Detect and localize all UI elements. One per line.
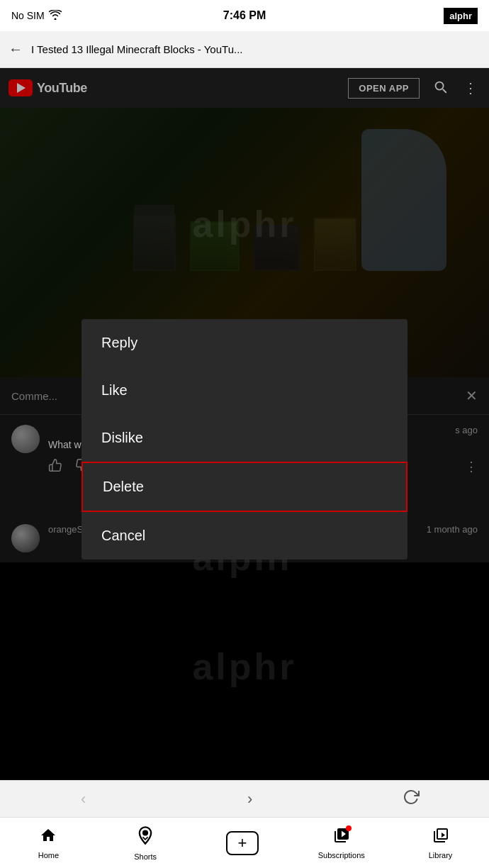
delete-menu-item[interactable]: Delete [82,462,408,512]
wifi-icon [49,10,62,22]
tab-add[interactable]: + [221,831,264,855]
cancel-menu-item[interactable]: Cancel [82,512,408,560]
browser-bar: ← I Tested 13 Illegal Minecraft Blocks -… [0,31,489,68]
svg-point-0 [143,830,147,835]
home-icon [40,827,57,848]
notification-dot [346,825,352,831]
subscriptions-icon [333,827,350,848]
back-nav-button[interactable]: ‹ [69,784,97,814]
status-time: 7:46 PM [223,9,266,22]
subscriptions-label: Subscriptions [318,851,365,859]
status-bar: No SIM 7:46 PM alphr [0,0,489,31]
carrier-text: No SIM [11,10,45,21]
alphr-logo: alphr [444,8,478,24]
tab-subscriptions[interactable]: Subscriptions [318,827,365,859]
plus-icon: + [238,835,247,851]
home-label: Home [38,851,59,859]
shorts-label: Shorts [134,852,157,861]
status-carrier: No SIM [11,10,62,22]
context-menu: Reply Like Dislike Delete Cancel [82,319,408,560]
tab-library[interactable]: Library [420,827,462,859]
refresh-button[interactable] [403,789,420,810]
forward-nav-button[interactable]: › [236,784,264,814]
library-icon [432,827,449,848]
url-bar[interactable]: I Tested 13 Illegal Minecraft Blocks - Y… [31,43,480,55]
tab-home[interactable]: Home [27,827,69,859]
like-menu-item[interactable]: Like [82,367,408,414]
library-label: Library [429,851,453,859]
status-right: alphr [444,8,478,24]
browser-back-button[interactable]: ← [9,41,23,57]
browser-nav-bar: ‹ › [0,780,489,817]
tab-shorts[interactable]: Shorts [124,825,167,861]
reply-menu-item[interactable]: Reply [82,319,408,367]
shorts-icon [135,825,155,850]
add-button[interactable]: + [226,831,259,855]
dislike-menu-item[interactable]: Dislike [82,414,408,462]
tab-bar: Home Shorts + Subscriptions Library [0,817,489,868]
